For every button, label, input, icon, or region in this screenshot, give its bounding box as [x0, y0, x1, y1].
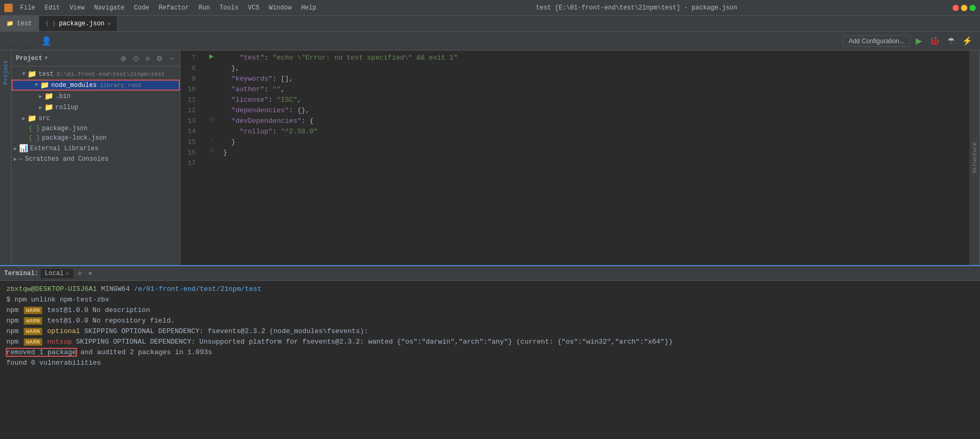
menu-run[interactable]: Run — [194, 3, 214, 13]
menu-file[interactable]: File — [16, 3, 40, 13]
coverage-button[interactable]: ☂ — [944, 34, 958, 48]
terminal-line-command: $ npm unlink npm-test-zbx — [6, 295, 974, 305]
terminal-warn-text-2: test@1.0.0 No repository field. — [47, 317, 175, 325]
menu-edit[interactable]: Edit — [41, 3, 64, 13]
external-lib-icon: 📊 — [19, 144, 28, 153]
tree-item-scratches[interactable]: ▶ ✏ Scratches and Consoles — [12, 154, 180, 164]
terminal-tab-local[interactable]: Local ✕ — [41, 269, 73, 278]
tab-package-json[interactable]: { } package.json ✕ — [39, 16, 118, 31]
tree-item-external-libraries[interactable]: ▶ 📊 External Libraries — [12, 143, 180, 154]
terminal-path: /e/01-front-end/test/21npm/test — [134, 285, 262, 293]
tab-test-label: test — [17, 20, 32, 27]
file-icon-package-lock-json: { } — [28, 134, 40, 142]
app-logo — [4, 4, 13, 12]
terminal-user: zbxtqw@DESKTOP-UISJ6A1 — [6, 285, 97, 293]
run-gutter-icon[interactable]: ▶ — [209, 52, 214, 61]
tree-item-src[interactable]: ▶ 📁 src — [12, 113, 180, 124]
gutter-10 — [204, 82, 219, 93]
user-icon-button[interactable]: 👤 — [38, 34, 55, 48]
gutter-9 — [204, 72, 219, 82]
terminal-add-button[interactable]: + — [75, 269, 84, 278]
tree-label-external-libraries: External Libraries — [30, 145, 99, 152]
tree-arrow-bin: ▶ — [37, 93, 44, 100]
menu-navigate[interactable]: Navigate — [90, 3, 129, 13]
gutter-14 — [204, 124, 219, 135]
folder-icon-test: 📁 — [27, 70, 36, 79]
terminal-npm-warn-1: npm — [6, 306, 23, 314]
close-panel-button[interactable]: − — [167, 53, 176, 64]
forward-button[interactable]: → — [21, 34, 36, 48]
tree-item-node-modules[interactable]: ▼ 📁 node_modules library root — [12, 80, 180, 91]
terminal-dropdown-button[interactable]: ▾ — [87, 270, 94, 277]
line-num-7: 7 — [180, 53, 200, 63]
tab-close-icon[interactable]: ✕ — [108, 21, 111, 27]
back-button[interactable]: ← — [4, 34, 19, 48]
line-num-16: 16 — [180, 148, 200, 158]
menu-bar: File Edit View Navigate Code Refactor Ru… — [16, 3, 321, 13]
profile-button[interactable]: ⚡ — [959, 34, 976, 48]
tree-arrow-node-modules: ▼ — [33, 82, 40, 88]
terminal-tab-close-icon[interactable]: ✕ — [66, 270, 69, 277]
debug-button[interactable]: 🐞 — [926, 34, 943, 48]
menu-vcs[interactable]: VCS — [244, 3, 264, 13]
title-bar: File Edit View Navigate Code Refactor Ru… — [0, 0, 980, 16]
gutter-7: ▶ — [204, 51, 219, 61]
tree-label-scratches: Scratches and Consoles — [25, 155, 108, 163]
tree-label-rollup: rollup — [55, 104, 78, 111]
editor-content[interactable]: 7 8 9 10 11 12 13 14 15 16 17 ▶ — [180, 51, 969, 265]
fold-icon-16[interactable]: ⊟ — [210, 148, 213, 154]
tree-item-test-root[interactable]: ▼ 📁 test E:\01-front-end\test\21npm\test — [12, 69, 180, 80]
code-line-8: }, — [223, 63, 965, 74]
folder-icon-rollup: 📁 — [44, 103, 53, 112]
code-line-7: "test": "echo \"Error: no test specified… — [223, 53, 965, 63]
gutter-16: ⊟ — [204, 145, 219, 156]
add-content-root-button[interactable]: ⊕ — [118, 53, 129, 64]
line-num-8: 8 — [180, 63, 200, 74]
maximize-control[interactable] — [969, 5, 976, 11]
close-control[interactable] — [953, 5, 959, 11]
menu-help[interactable]: Help — [297, 3, 321, 13]
terminal-panel: Terminal: Local ✕ + ▾ zbxtqw@DESKTOP-UIS… — [0, 265, 980, 439]
terminal-line-removed: removed 1 package and audited 2 packages… — [6, 347, 974, 358]
tree-item-package-lock-json[interactable]: { } package-lock.json — [12, 133, 180, 143]
tree-path-test: E:\01-front-end\test\21npm\test — [57, 71, 165, 77]
collapse-button[interactable]: ≡ — [143, 53, 152, 64]
window-controls — [953, 5, 976, 11]
menu-window[interactable]: Window — [265, 3, 296, 13]
menu-view[interactable]: View — [65, 3, 89, 13]
fold-icon-13[interactable]: ⊟ — [210, 116, 213, 122]
terminal-warn-badge-3: WARN — [24, 328, 42, 335]
menu-refactor[interactable]: Refactor — [155, 3, 194, 13]
minimize-control[interactable] — [961, 5, 967, 11]
line-num-11: 11 — [180, 95, 200, 105]
menu-tools[interactable]: Tools — [215, 3, 243, 13]
tree-label-node-modules: node_modules — [51, 82, 97, 89]
gutter-17 — [204, 156, 219, 167]
folder-icon-node-modules: 📁 — [40, 81, 49, 90]
code-line-16: } — [223, 148, 965, 158]
menu-code[interactable]: Code — [130, 3, 153, 13]
tree-label-bin: .bin — [55, 93, 71, 100]
add-configuration-button[interactable]: Add Configuration... — [843, 35, 910, 47]
scroll-to-center-button[interactable]: ⊙ — [131, 53, 141, 64]
terminal-found-text: found 0 vulnerabilities — [6, 359, 101, 367]
code-line-11: "license": "ISC", — [223, 95, 965, 105]
project-side-tab[interactable]: Project — [2, 55, 10, 90]
project-dropdown-icon[interactable]: ▼ — [44, 55, 47, 61]
tree-arrow-external: ▶ — [12, 145, 19, 152]
tab-test[interactable]: 📁 test — [0, 16, 39, 31]
folder-icon-src: 📁 — [27, 114, 36, 123]
run-button[interactable]: ▶ — [912, 34, 925, 48]
folder-icon: 📁 — [6, 20, 14, 27]
settings-button[interactable]: ⚙ — [154, 53, 165, 64]
terminal-warn-badge-1: WARN — [24, 307, 42, 314]
main-toolbar: ← → 👤 Add Configuration... ▶ 🐞 ☂ ⚡ — [0, 32, 980, 51]
tree-item-bin[interactable]: ▶ 📁 .bin — [12, 91, 180, 102]
tree-item-package-json[interactable]: { } package.json — [12, 124, 180, 133]
terminal-warn-badge-4: WARN — [24, 338, 42, 346]
structure-side-tab[interactable]: Structure — [969, 51, 980, 265]
fold-icon-15[interactable]: └ — [210, 138, 213, 143]
code-area[interactable]: "test": "echo \"Error: no test specified… — [219, 51, 969, 265]
tree-item-rollup[interactable]: ▶ 📁 rollup — [12, 102, 180, 113]
terminal-content[interactable]: zbxtqw@DESKTOP-UISJ6A1 MINGW64 /e/01-fro… — [0, 281, 980, 439]
